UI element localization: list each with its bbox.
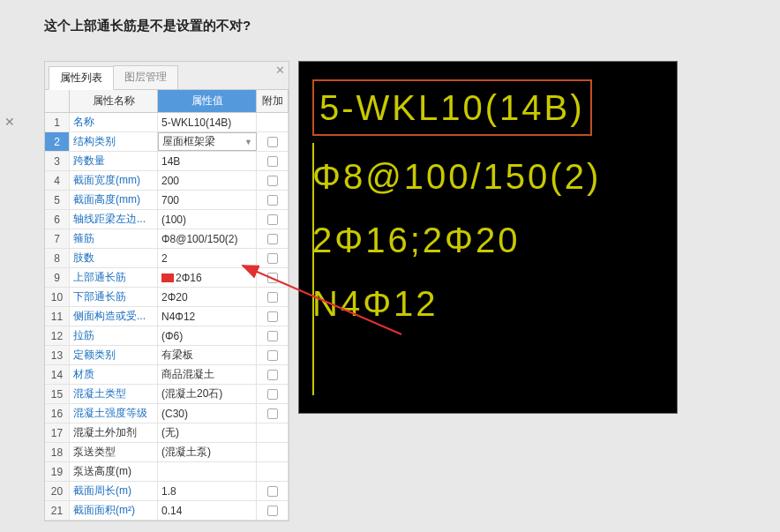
extra-cell [257,365,289,384]
table-row[interactable]: 12拉筋(Φ6) [45,326,289,346]
extra-checkbox[interactable] [267,486,278,497]
property-name[interactable]: 跨数量 [70,152,158,170]
extra-checkbox[interactable] [267,176,278,186]
property-value[interactable]: N4Φ12 [158,307,257,326]
extra-checkbox[interactable] [267,234,278,244]
property-name[interactable]: 上部通长筋 [70,268,158,287]
extra-cell [257,423,289,442]
property-value[interactable]: 14B [158,152,257,170]
table-row[interactable]: 6轴线距梁左边...(100) [45,210,289,229]
content-area: ✕ 属性列表 图层管理 属性名称 属性值 附加 1名称5-WKL10(14B)2… [44,61,762,521]
tab-layers[interactable]: 图层管理 [113,65,178,89]
extra-cell [257,501,289,520]
table-row[interactable]: 21截面面积(m²)0.14 [45,501,289,521]
close-icon[interactable]: ✕ [4,115,15,129]
property-name[interactable]: 截面面积(m²) [70,501,158,520]
table-row[interactable]: 19泵送高度(m) [45,462,289,482]
value-text: 700 [161,194,179,206]
table-row[interactable]: 17混凝土外加剂(无) [45,423,289,443]
table-row[interactable]: 9上部通长筋2Φ16 [45,268,289,288]
chevron-down-icon[interactable]: ▼ [244,138,252,146]
table-row[interactable]: 3跨数量14B [45,152,289,171]
extra-checkbox[interactable] [267,370,278,380]
extra-checkbox[interactable] [267,389,278,400]
property-name[interactable]: 侧面构造或受... [70,307,158,326]
table-row[interactable]: 8肢数2 [45,249,289,268]
property-name[interactable]: 混凝土类型 [70,385,158,403]
property-value[interactable]: (混凝土20石) [158,385,257,403]
extra-checkbox[interactable] [267,408,278,419]
extra-checkbox[interactable] [267,156,278,167]
property-name[interactable]: 泵送类型 [70,443,158,461]
property-name[interactable]: 箍筋 [70,229,158,248]
table-row[interactable]: 7箍筋Φ8@100/150(2) [45,229,289,249]
extra-checkbox[interactable] [267,350,278,361]
property-name[interactable]: 泵送高度(m) [70,462,158,481]
cad-view: 5-WKL10(14B) Φ8@100/150(2) 2Φ16;2Φ20 N4Φ… [298,61,678,414]
row-number: 13 [45,346,70,364]
property-name[interactable]: 结构类别 [70,132,158,151]
table-row[interactable]: 15混凝土类型(混凝土20石) [45,385,289,404]
property-name[interactable]: 肢数 [70,249,158,267]
panel-close-icon[interactable]: ✕ [275,64,285,77]
table-row[interactable]: 13定额类别有梁板 [45,346,289,365]
property-value[interactable]: 2 [158,249,257,267]
table-row[interactable]: 11侧面构造或受...N4Φ12 [45,307,289,326]
row-number: 1 [45,113,70,131]
property-value[interactable]: (100) [158,210,257,229]
table-row[interactable]: 20截面周长(m)1.8 [45,482,289,501]
property-name[interactable]: 材质 [70,365,158,384]
property-value[interactable]: 屋面框架梁▼ [158,132,257,151]
property-name[interactable]: 下部通长筋 [70,288,158,306]
property-name[interactable]: 定额类别 [70,346,158,364]
extra-checkbox[interactable] [267,331,278,341]
property-value[interactable]: Φ8@100/150(2) [158,229,257,248]
property-value[interactable]: 5-WKL10(14B) [158,113,257,131]
property-value[interactable]: 2Φ20 [158,288,257,306]
table-row[interactable]: 10下部通长筋2Φ20 [45,288,289,307]
extra-checkbox[interactable] [267,273,278,283]
header-value[interactable]: 属性值 [158,90,257,112]
property-value[interactable]: 商品混凝土 [158,365,257,384]
property-name[interactable]: 名称 [70,113,158,131]
table-row[interactable]: 2结构类别屋面框架梁▼ [45,132,289,152]
extra-cell [257,191,289,209]
property-value[interactable]: (Φ6) [158,326,257,345]
table-row[interactable]: 5截面高度(mm)700 [45,191,289,210]
property-value[interactable]: 0.14 [158,501,257,520]
property-value[interactable]: 700 [158,191,257,209]
property-value[interactable]: 2Φ16 [158,268,257,287]
table-row[interactable]: 14材质商品混凝土 [45,365,289,385]
main-container: 这个上部通长筋是不是设置的不对? ✕ 属性列表 图层管理 属性名称 属性值 附加… [26,0,780,532]
property-name[interactable]: 混凝土强度等级 [70,404,158,423]
property-value[interactable]: (无) [158,423,257,442]
property-value[interactable]: (混凝土泵) [158,443,257,461]
tab-properties[interactable]: 属性列表 [49,66,114,90]
property-value[interactable] [158,462,257,481]
property-name[interactable]: 截面宽度(mm) [70,171,158,190]
table-row[interactable]: 18泵送类型(混凝土泵) [45,443,289,462]
extra-checkbox[interactable] [267,506,278,516]
value-text: 14B [161,155,180,168]
table-row[interactable]: 1名称5-WKL10(14B) [45,113,289,132]
extra-checkbox[interactable] [267,253,278,264]
property-name[interactable]: 截面周长(m) [70,482,158,500]
extra-checkbox[interactable] [267,292,278,303]
property-value[interactable]: 200 [158,171,257,190]
property-value[interactable]: 1.8 [158,482,257,500]
table-row[interactable]: 4截面宽度(mm)200 [45,171,289,191]
property-name[interactable]: 轴线距梁左边... [70,210,158,229]
property-name[interactable]: 拉筋 [70,326,158,345]
property-name[interactable]: 截面高度(mm) [70,191,158,209]
extra-cell [257,268,289,287]
value-text: 1.8 [161,485,176,498]
row-number: 16 [45,404,70,423]
property-name[interactable]: 混凝土外加剂 [70,423,158,442]
property-value[interactable]: 有梁板 [158,346,257,364]
extra-checkbox[interactable] [267,214,278,225]
extra-checkbox[interactable] [267,311,278,322]
extra-checkbox[interactable] [267,195,278,206]
table-row[interactable]: 16混凝土强度等级(C30) [45,404,289,423]
property-value[interactable]: (C30) [158,404,257,423]
extra-checkbox[interactable] [267,137,278,147]
